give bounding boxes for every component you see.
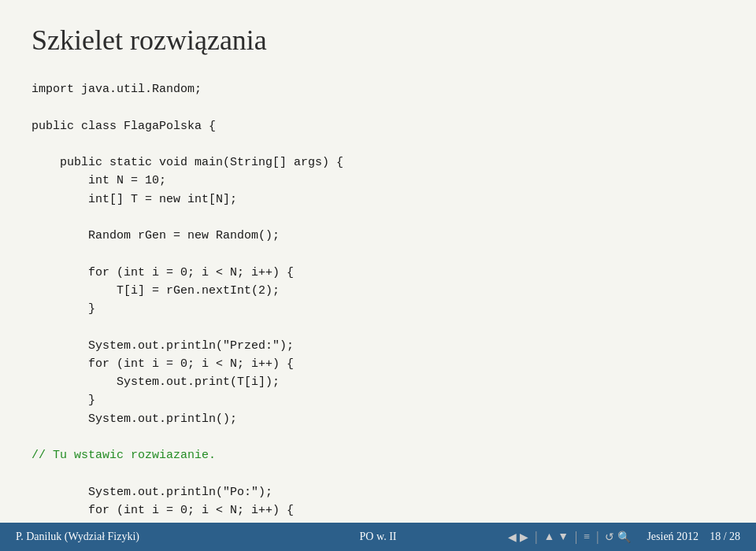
code-block: import java.util.Random; public class Fl… [32,80,724,523]
slide-number: Jesień 2012 18 / 28 [647,531,740,543]
footer-right-section: ◀ ▶ | ▲ ▼ | ≡ | ↺ 🔍 Jesień 2012 18 / 28 [498,530,740,544]
nav-search-icon[interactable]: 🔍 [617,531,631,544]
footer-course: PO w. II [258,531,499,543]
slide-content: Szkielet rozwiązania import java.util.Ra… [0,0,756,523]
nav-prev-icon[interactable]: ▶ [520,531,528,544]
footer-course-label: PO w. II [360,531,397,542]
nav-first-icon[interactable]: ◀ [508,531,517,544]
footer-bar: P. Daniluk (Wydział Fizyki) PO w. II ◀ ▶… [0,523,756,551]
nav-menu-icon[interactable]: ≡ [584,531,590,543]
nav-refresh-icon[interactable]: ↺ [605,531,614,544]
footer-author: P. Daniluk (Wydział Fizyki) [16,531,258,543]
nav-icons: ◀ ▶ | ▲ ▼ | ≡ | ↺ 🔍 [508,530,631,544]
nav-up-icon[interactable]: ▲ [543,531,554,543]
slide-title: Szkielet rozwiązania [32,24,724,57]
nav-down-icon[interactable]: ▼ [558,531,569,543]
